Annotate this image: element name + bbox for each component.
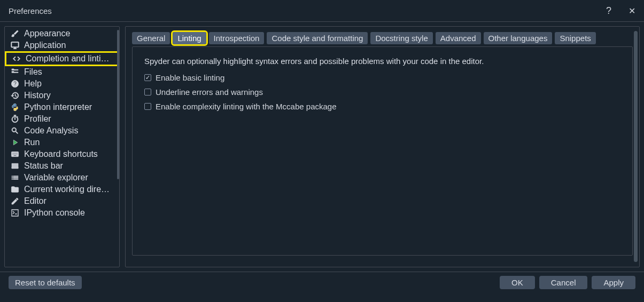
folder-icon [10, 185, 20, 194]
cancel-button[interactable]: Cancel [539, 276, 588, 289]
console-icon [10, 208, 20, 218]
sidebar-item-python-interpreter[interactable]: Python interpreter [5, 101, 119, 113]
tab-advanced[interactable]: Advanced [436, 32, 481, 44]
dialog-footer: Reset to defaults OK Cancel Apply [0, 272, 644, 293]
tab-code-style-and-formatting[interactable]: Code style and formatting [267, 32, 368, 44]
tab-snippets[interactable]: Snippets [555, 32, 595, 44]
tab-introspection[interactable]: Introspection [209, 32, 265, 44]
sidebar-item-ipython-console[interactable]: IPython console [5, 207, 119, 219]
sidebar-item-current-working-dire[interactable]: Current working dire… [5, 184, 119, 195]
desktop-icon [10, 41, 20, 50]
sidebar-item-help[interactable]: Help [5, 78, 119, 90]
file-tree-icon [10, 67, 20, 77]
sidebar-item-label: Variable explorer [24, 173, 88, 182]
sidebar-item-label: Run [24, 138, 40, 147]
option-row: Enable complexity linting with the Mccab… [144, 102, 620, 111]
checkbox[interactable] [144, 89, 151, 96]
brush-icon [10, 29, 20, 38]
keyboard-icon [10, 149, 20, 159]
sidebar-item-keyboard-shortcuts[interactable]: Keyboard shortcuts [5, 148, 119, 160]
sidebar-item-code-analysis[interactable]: Code Analysis [5, 125, 119, 137]
content-scrollbar[interactable] [634, 31, 638, 262]
sidebar-item-label: Status bar [24, 161, 63, 171]
preferences-content: GeneralLintingIntrospectionCode style an… [125, 26, 640, 267]
tab-linting[interactable]: Linting [173, 32, 206, 44]
search-code-icon [10, 126, 20, 136]
sidebar-item-status-bar[interactable]: Status bar [5, 160, 119, 172]
linting-panel: Spyder can optionally highlight syntax e… [132, 46, 633, 256]
sidebar-item-run[interactable]: Run [5, 137, 119, 148]
timer-icon [10, 114, 20, 124]
list-icon [10, 173, 20, 182]
sidebar-item-label: Help [24, 79, 42, 89]
sidebar-item-history[interactable]: History [5, 90, 119, 101]
close-icon[interactable]: ✕ [629, 6, 635, 16]
sidebar-item-label: History [24, 91, 51, 100]
sidebar-item-appearance[interactable]: Appearance [5, 28, 119, 39]
sidebar-item-variable-explorer[interactable]: Variable explorer [5, 172, 119, 184]
sidebar-item-label: Profiler [24, 114, 51, 124]
preferences-sidebar: AppearanceApplicationCompletion and lint… [4, 26, 120, 267]
sidebar-item-label: Current working dire… [24, 185, 110, 194]
reset-to-defaults-button[interactable]: Reset to defaults [9, 276, 82, 289]
apply-button[interactable]: Apply [592, 276, 635, 289]
sidebar-item-label: IPython console [24, 208, 85, 218]
tab-general[interactable]: General [132, 32, 170, 44]
sidebar-item-label: Files [24, 67, 42, 77]
sidebar-item-editor[interactable]: Editor [5, 195, 119, 207]
window-title: Preferences [9, 6, 52, 15]
option-label: Underline errors and warnings [156, 88, 263, 97]
panel-description: Spyder can optionally highlight syntax e… [144, 57, 620, 66]
play-icon [10, 138, 20, 147]
history-icon [10, 91, 20, 100]
sidebar-scrollbar[interactable] [117, 30, 119, 179]
checkbox[interactable] [144, 103, 151, 110]
sidebar-item-label: Editor [24, 196, 46, 206]
python-icon [10, 102, 20, 112]
tabs-row: GeneralLintingIntrospectionCode style an… [132, 32, 633, 44]
sidebar-item-label: Keyboard shortcuts [24, 149, 98, 159]
checkbox[interactable] [144, 74, 151, 81]
option-label: Enable complexity linting with the Mccab… [156, 102, 337, 111]
sidebar-item-label: Application [24, 41, 66, 50]
sidebar-item-application[interactable]: Application [5, 39, 119, 51]
sidebar-item-completion-and-linti[interactable]: Completion and linti… [5, 51, 119, 66]
sidebar-item-label: Code Analysis [24, 126, 78, 136]
pencil-icon [10, 196, 20, 206]
ok-button[interactable]: OK [500, 276, 535, 289]
sidebar-item-files[interactable]: Files [5, 66, 119, 78]
option-row: Enable basic linting [144, 73, 620, 82]
statusbar-icon [10, 161, 20, 171]
help-icon [10, 79, 20, 89]
sidebar-item-label: Completion and linti… [26, 54, 110, 63]
option-row: Underline errors and warnings [144, 88, 620, 97]
option-label: Enable basic linting [156, 73, 224, 82]
sidebar-item-label: Python interpreter [24, 102, 92, 112]
code-tag-icon [12, 54, 21, 63]
help-icon[interactable]: ? [606, 5, 611, 17]
sidebar-item-profiler[interactable]: Profiler [5, 113, 119, 125]
titlebar: Preferences ? ✕ [0, 0, 644, 21]
sidebar-item-label: Appearance [24, 29, 70, 38]
tab-docstring-style[interactable]: Docstring style [370, 32, 432, 44]
tab-other-languages[interactable]: Other languages [484, 32, 553, 44]
